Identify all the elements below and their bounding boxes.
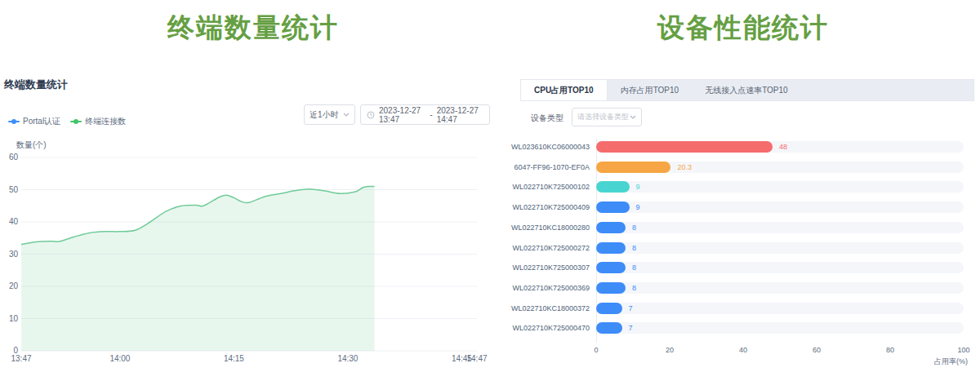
chevron-down-icon <box>343 113 350 117</box>
y-tick-label: 20 <box>9 281 19 290</box>
bar <box>596 162 670 173</box>
bar-x-tick-label: 0 <box>584 346 608 354</box>
legend-marker-icon <box>70 118 82 125</box>
date-range-picker[interactable]: 2023-12-27 13:47 - 2023-12-27 14:47 <box>360 104 490 125</box>
bar-category-label: WL022710K725000272 <box>457 242 590 254</box>
bar-category-label: WL022710K725000409 <box>457 202 590 213</box>
y-tick-label: 10 <box>9 314 19 323</box>
time-range-select[interactable]: 近1小时 <box>304 104 355 125</box>
chevron-down-icon <box>630 115 636 119</box>
bar-value-label: 8 <box>632 282 636 294</box>
device-type-select[interactable]: 请选择设备类型 <box>572 108 642 126</box>
x-axis-label: 占用率(%) <box>911 356 968 367</box>
bar-track <box>596 222 964 233</box>
bar-category-label: WL022710K725000470 <box>457 322 590 334</box>
legend-label: Portal认证 <box>23 116 60 127</box>
bar-track <box>596 322 964 334</box>
device-performance-heading: 设备性能统计 <box>510 10 976 46</box>
terminal-stats-heading: 终端数量统计 <box>0 10 506 46</box>
bar-category-label: WL022710K725000102 <box>457 181 590 193</box>
bar <box>596 141 773 153</box>
tab-1[interactable]: 内存占用TOP10 <box>608 80 693 100</box>
bar <box>596 202 630 213</box>
x-tick-label: 13:47 <box>11 354 31 363</box>
bar-track <box>596 242 964 254</box>
terminal-card-title: 终端数量统计 <box>4 78 68 92</box>
legend-item-portal[interactable]: Portal认证 <box>8 116 60 127</box>
bar <box>596 262 626 273</box>
tab-2[interactable]: 无线接入点速率TOP10 <box>692 80 801 100</box>
bar-value-label: 20.3 <box>677 162 692 173</box>
bar-x-tick-label: 80 <box>878 346 902 354</box>
bar <box>596 303 622 314</box>
date-range-end: 2023-12-27 14:47 <box>437 106 483 124</box>
bar <box>596 222 626 233</box>
time-range-value: 近1小时 <box>310 109 339 121</box>
y-tick-label: 50 <box>9 185 19 194</box>
legend-item-terminal-connections[interactable]: 终端连接数 <box>70 116 126 127</box>
bar-x-tick-label: 100 <box>951 346 976 354</box>
y-tick-label: 40 <box>9 217 19 226</box>
bar-category-label: 6047-FF96-1070-EF0A <box>457 162 590 173</box>
x-tick-label: 14:47 <box>466 354 487 363</box>
bar-value-label: 9 <box>636 202 640 213</box>
bar-track <box>596 202 964 213</box>
legend-marker-icon <box>8 118 20 125</box>
bar-x-tick-label: 40 <box>731 346 755 354</box>
terminal-line-chart: 010203040506013:4714:0014:1514:3014:4514… <box>0 151 506 372</box>
bar-category-label: WL022710K725000307 <box>457 262 590 273</box>
area-series <box>21 186 375 351</box>
clock-icon <box>367 111 375 119</box>
bar-track <box>596 303 964 314</box>
bar-category-label: WL022710K725000369 <box>457 282 590 294</box>
bar-category-label: WL023610KC06000043 <box>457 141 590 153</box>
performance-tab-bar: CPU占用TOP10内存占用TOP10无线接入点速率TOP10 <box>520 79 974 101</box>
x-tick-label: 14:15 <box>224 354 244 363</box>
date-range-start: 2023-12-27 13:47 <box>379 106 425 124</box>
bar-value-label: 9 <box>636 181 640 193</box>
bar-value-label: 8 <box>632 262 636 273</box>
bar-category-label: WL022710KC18000372 <box>457 303 590 314</box>
legend-label: 终端连接数 <box>85 116 126 127</box>
bar-category-label: WL022710KC18000280 <box>457 222 590 233</box>
device-type-placeholder: 请选择设备类型 <box>577 112 629 122</box>
bar-value-label: 8 <box>632 222 636 233</box>
bar-value-label: 48 <box>779 141 787 153</box>
bar-x-tick-label: 60 <box>804 346 829 354</box>
bar-track <box>596 262 964 273</box>
bar-x-tick-label: 20 <box>657 346 682 354</box>
bar-value-label: 7 <box>629 303 633 314</box>
bar-track <box>596 282 964 294</box>
dashboard: 终端数量统计 终端数量统计 近1小时 2023-12-27 13:47 - 20… <box>0 0 980 372</box>
chart-legend: Portal认证 终端连接数 <box>8 116 126 127</box>
bar-value-label: 8 <box>632 242 636 254</box>
y-axis-label: 数量(个) <box>16 140 47 151</box>
x-tick-label: 14:00 <box>109 354 130 363</box>
y-tick-label: 60 <box>9 153 19 162</box>
y-tick-label: 30 <box>9 250 19 259</box>
bar-value-label: 7 <box>629 322 633 334</box>
x-tick-label: 14:30 <box>337 354 358 363</box>
bar-track <box>596 181 964 193</box>
bar <box>596 242 626 254</box>
bar <box>596 181 630 193</box>
device-type-label: 设备类型 <box>531 113 564 124</box>
bar <box>596 282 626 294</box>
date-range-separator: - <box>430 110 432 119</box>
tab-0-active[interactable]: CPU占用TOP10 <box>521 80 608 100</box>
bar <box>596 322 622 334</box>
